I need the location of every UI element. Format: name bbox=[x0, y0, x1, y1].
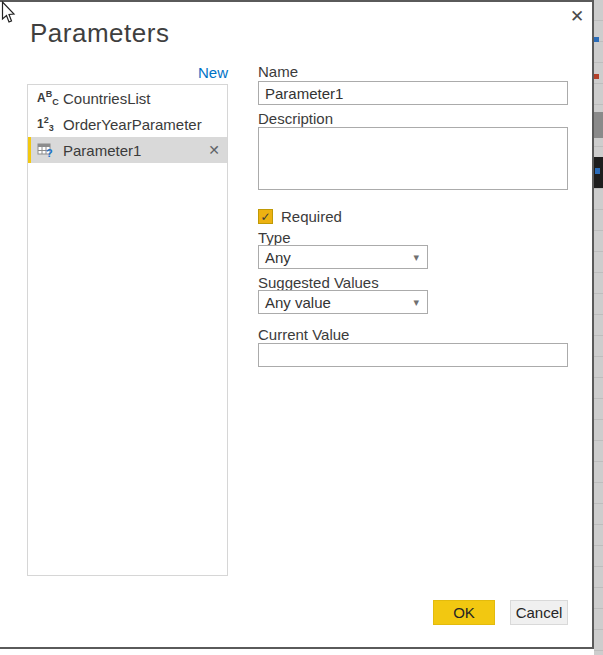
current-value-input[interactable] bbox=[258, 343, 568, 367]
current-value-label: Current Value bbox=[258, 326, 349, 343]
list-item-label: CountriesList bbox=[63, 90, 151, 107]
dialog-title: Parameters bbox=[30, 18, 169, 49]
selected-accent-bar bbox=[28, 137, 31, 163]
list-item-label: Parameter1 bbox=[63, 142, 141, 159]
delete-parameter-icon[interactable]: ✕ bbox=[208, 137, 220, 163]
background-detail bbox=[595, 168, 600, 174]
suggested-values-dropdown-value: Any value bbox=[265, 294, 331, 311]
list-item-label: OrderYearParameter bbox=[63, 116, 202, 133]
list-item-orderyearparameter[interactable]: 123 OrderYearParameter bbox=[28, 111, 227, 137]
background-detail bbox=[594, 112, 603, 138]
list-item-parameter1[interactable]: ? Parameter1 ✕ bbox=[28, 137, 227, 163]
description-input[interactable] bbox=[258, 127, 568, 190]
required-label: Required bbox=[281, 208, 342, 225]
ok-button[interactable]: OK bbox=[433, 600, 495, 625]
background-detail bbox=[594, 37, 599, 42]
chevron-down-icon: ▾ bbox=[413, 251, 419, 264]
svg-text:?: ? bbox=[46, 147, 53, 158]
list-item-countrieslist[interactable]: ABC CountriesList bbox=[28, 85, 227, 111]
parameters-dialog: ✕ Parameters New ABC CountriesList 123 O… bbox=[0, 0, 603, 655]
parameter-list: ABC CountriesList 123 OrderYearParameter bbox=[27, 84, 228, 576]
description-label: Description bbox=[258, 110, 333, 127]
type-dropdown[interactable]: Any ▾ bbox=[258, 245, 428, 269]
name-input[interactable] bbox=[258, 81, 568, 105]
cancel-button[interactable]: Cancel bbox=[510, 600, 568, 625]
dialog-top-border bbox=[0, 0, 594, 2]
dialog-bottom-border bbox=[0, 647, 594, 649]
background-app-strip bbox=[594, 0, 603, 655]
name-label: Name bbox=[258, 63, 298, 80]
new-parameter-link[interactable]: New bbox=[27, 64, 228, 81]
parameter-type-icon: ? bbox=[37, 142, 63, 158]
suggested-values-label: Suggested Values bbox=[258, 274, 379, 291]
background-detail bbox=[594, 74, 599, 79]
type-label: Type bbox=[258, 229, 291, 246]
text-type-icon: ABC bbox=[37, 92, 63, 104]
required-checkbox-row[interactable]: ✓ Required bbox=[258, 208, 342, 225]
suggested-values-dropdown[interactable]: Any value ▾ bbox=[258, 290, 428, 314]
close-icon[interactable]: ✕ bbox=[565, 4, 589, 28]
required-checkbox[interactable]: ✓ bbox=[258, 209, 273, 224]
type-dropdown-value: Any bbox=[265, 249, 291, 266]
mouse-cursor-icon bbox=[1, 1, 17, 29]
chevron-down-icon: ▾ bbox=[413, 296, 419, 309]
number-type-icon: 123 bbox=[37, 118, 63, 130]
